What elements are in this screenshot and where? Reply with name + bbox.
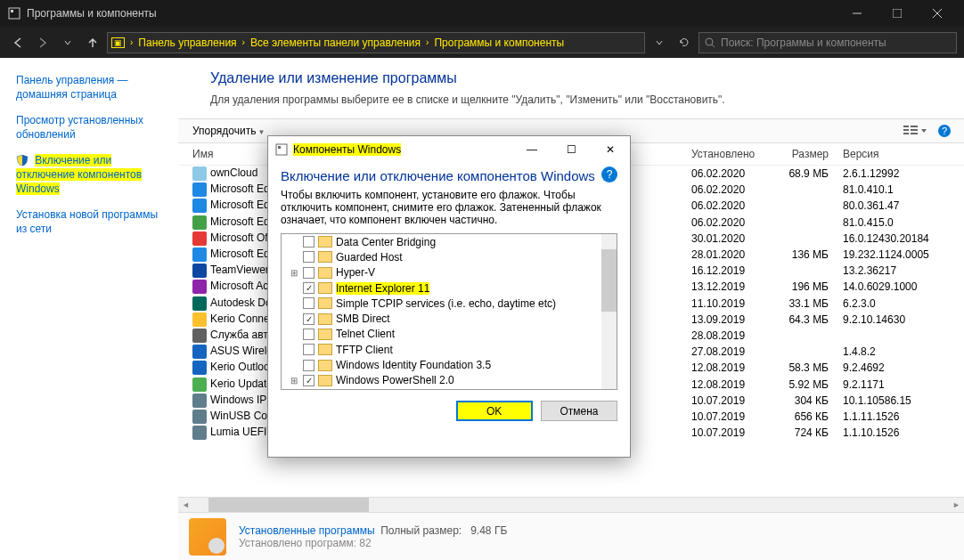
organize-button[interactable]: Упорядочить▼ [185,123,272,139]
feature-checkbox[interactable] [303,267,315,279]
scroll-left-button[interactable]: ◄ [178,498,193,512]
breadcrumb-bar[interactable]: ▣ › Панель управления › Все элементы пан… [107,32,645,53]
program-date: 27.08.2019 [684,345,764,358]
dialog-icon [275,143,288,156]
windows-features-label: Включение или отключение компонентов Win… [16,154,142,194]
folder-icon [318,344,332,355]
feature-row[interactable]: Internet Explorer 11 [282,280,617,296]
feature-row[interactable]: Guarded Host [282,249,617,264]
feature-row[interactable]: TFTP Client [282,342,617,357]
dialog-titlebar[interactable]: Компоненты Windows — ☐ ✕ [268,136,630,163]
feature-row[interactable]: SMB Direct [282,311,617,326]
svg-rect-17 [278,146,281,149]
col-installed[interactable]: Установлено [684,145,764,163]
feature-label: TFTP Client [336,344,393,356]
feature-checkbox[interactable] [303,236,315,248]
feature-row[interactable]: Simple TCPIP services (i.e. echo, daytim… [282,296,617,311]
program-date: 06.02.2020 [684,199,764,212]
feature-checkbox[interactable] [303,360,315,371]
feature-checkbox[interactable] [303,329,315,340]
expand-icon[interactable]: ⊞ [289,268,299,278]
scroll-thumb[interactable] [208,498,369,512]
feature-label: Data Center Bridging [336,236,436,248]
view-updates-link[interactable]: Просмотр установленных обновлений [16,114,169,142]
program-version: 81.0.410.1 [836,183,960,196]
feature-label: Internet Explorer 11 [336,282,429,295]
dialog-heading: Включение или отключение компонентов Win… [281,168,617,183]
sidebar: Панель управления — домашняя страница Пр… [0,58,178,560]
maximize-button[interactable] [877,0,917,27]
breadcrumb-seg[interactable]: Панель управления [135,37,240,49]
program-name: ownCloud [210,166,257,179]
feature-checkbox[interactable] [303,375,315,386]
feature-checkbox[interactable] [303,251,315,263]
feature-row[interactable]: ⊞Windows PowerShell 2.0 [282,373,617,388]
install-from-network-link[interactable]: Установка новой программы из сети [16,208,169,236]
minimize-button[interactable] [837,0,877,27]
program-name: Kerio Outloo [210,361,270,374]
svg-text:?: ? [942,126,947,136]
feature-row[interactable]: ⊞Hyper-V [282,265,617,280]
tree-scrollbar[interactable] [601,234,617,389]
dialog-minimize-button[interactable]: — [512,136,551,163]
feature-row[interactable]: Windows Identity Foundation 3.5 [282,357,617,372]
ok-button[interactable]: OK [456,401,533,421]
cpl-home-link[interactable]: Панель управления — домашняя страница [16,74,169,101]
dialog-help-button[interactable]: ? [601,166,617,183]
feature-row[interactable]: Telnet Client [282,327,617,342]
app-icon [192,166,207,181]
program-date: 10.07.2019 [684,426,764,439]
svg-rect-16 [276,144,287,155]
program-date: 11.10.2019 [684,297,764,310]
tree-scroll-thumb[interactable] [601,249,617,312]
col-size[interactable]: Размер [764,145,836,163]
program-name: Microsoft Ed [210,248,270,260]
feature-checkbox[interactable] [303,313,315,325]
program-version: 81.0.415.0 [836,216,960,229]
app-icon [192,329,207,343]
program-name: TeamViewer [210,264,269,276]
search-placeholder: Поиск: Программы и компоненты [721,37,886,49]
refresh-button[interactable] [674,32,695,53]
window-title: Программы и компоненты [27,7,157,20]
page-subtitle: Для удаления программы выберите ее в спи… [178,93,964,118]
col-version[interactable]: Версия [836,145,960,163]
app-icon [192,248,207,262]
chevron-right-icon: › [424,37,430,47]
forward-button[interactable] [32,32,53,53]
folder-icon [318,251,332,263]
program-version: 1.1.11.1526 [836,410,960,423]
dialog-title: Компоненты Windows [293,143,401,156]
back-button[interactable] [7,32,29,53]
folder-icon [318,375,332,386]
dialog-maximize-button[interactable]: ☐ [551,136,591,163]
folder-icon [318,267,332,279]
svg-rect-0 [9,8,20,19]
recent-dropdown[interactable] [57,32,78,53]
horizontal-scrollbar[interactable]: ◄ ► [178,497,964,512]
program-date: 12.08.2019 [684,361,764,374]
scroll-right-button[interactable]: ► [949,498,964,512]
breadcrumb-seg[interactable]: Все элементы панели управления [247,37,424,49]
view-options-button[interactable] [898,123,932,139]
feature-checkbox[interactable] [303,297,315,309]
search-box[interactable]: Поиск: Программы и компоненты [698,32,957,53]
program-version: 19.232.1124.0005 [836,248,960,261]
windows-features-link[interactable]: Включение или отключение компонентов Win… [16,154,169,196]
breadcrumb-seg[interactable]: Программы и компоненты [430,37,568,49]
program-date: 06.02.2020 [684,216,764,229]
program-name: Autodesk Do [210,296,272,309]
feature-checkbox[interactable] [303,344,315,355]
feature-checkbox[interactable] [303,282,315,294]
up-button[interactable] [82,32,103,53]
location-icon: ▣ [111,37,125,48]
feature-row[interactable]: Data Center Bridging [282,234,617,249]
dialog-close-button[interactable]: ✕ [591,136,630,163]
cancel-button[interactable]: Отмена [541,401,617,421]
help-button[interactable]: ? [932,122,957,140]
close-button[interactable] [917,0,957,27]
expand-icon[interactable]: ⊞ [289,376,299,386]
path-dropdown[interactable] [649,32,670,53]
svg-rect-3 [893,9,902,18]
program-name: Служба авто [210,329,274,341]
